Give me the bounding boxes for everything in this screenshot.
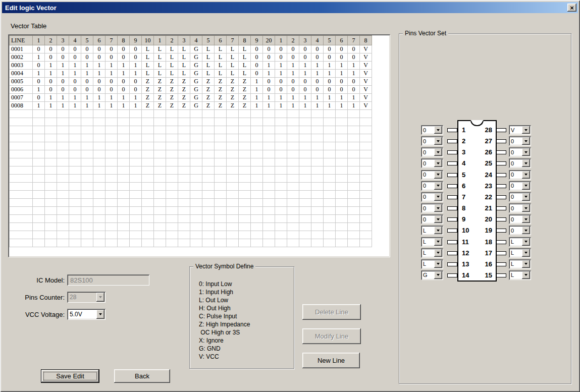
vector-cell[interactable]: 1	[45, 102, 57, 110]
dropdown-arrow-icon[interactable]	[434, 159, 442, 167]
line-number-cell[interactable]: 0004	[10, 70, 33, 78]
vector-cell[interactable]: Z	[142, 78, 154, 86]
vector-cell[interactable]: L	[215, 45, 227, 53]
vector-cell[interactable]: 0	[130, 78, 142, 86]
vector-cell[interactable]: L	[227, 45, 239, 53]
vector-cell[interactable]: 1	[336, 70, 348, 78]
dropdown-arrow-icon[interactable]	[522, 238, 530, 246]
vector-cell[interactable]: 1	[275, 94, 287, 102]
line-number-cell[interactable]: 0006	[10, 86, 33, 94]
vector-cell[interactable]: 1	[275, 102, 287, 110]
vector-cell[interactable]: 0	[93, 53, 106, 62]
vector-cell[interactable]: 0	[348, 53, 360, 62]
vector-cell[interactable]: 1	[130, 102, 142, 110]
vector-cell[interactable]: 1	[275, 70, 287, 78]
dropdown-arrow-icon[interactable]	[434, 238, 442, 246]
vector-cell[interactable]: 0	[287, 78, 299, 86]
vector-cell[interactable]: G	[190, 102, 202, 110]
vector-cell[interactable]: Z	[166, 94, 178, 102]
vector-cell[interactable]: 0	[263, 78, 275, 86]
vector-cell[interactable]: 0	[33, 78, 45, 86]
dropdown-arrow-icon[interactable]	[434, 227, 442, 234]
vector-cell[interactable]: 0	[287, 86, 299, 94]
vector-cell[interactable]: 1	[263, 94, 275, 102]
vector-cell[interactable]: 0	[33, 45, 45, 53]
pin-10-combo[interactable]: L	[421, 226, 443, 235]
vector-cell[interactable]: 0	[130, 53, 142, 62]
vector-cell[interactable]: 0	[348, 78, 360, 86]
vector-cell[interactable]: 1	[324, 70, 336, 78]
vector-cell[interactable]: G	[190, 78, 202, 86]
vector-row[interactable]: 0003011111111LLLLGLLLL011111111V	[10, 62, 372, 70]
vector-cell[interactable]: 0	[69, 86, 81, 94]
vector-cell[interactable]: 1	[118, 94, 130, 102]
vector-cell[interactable]: V	[360, 102, 372, 110]
vector-cell[interactable]: L	[142, 62, 154, 70]
vector-cell[interactable]: Z	[142, 86, 154, 94]
vector-cell[interactable]: Z	[227, 86, 239, 94]
vector-cell[interactable]: 1	[57, 102, 69, 110]
vector-row[interactable]: 0005000000000ZZZZGZZZZ100000000V	[10, 78, 372, 86]
vector-cell[interactable]: Z	[202, 78, 215, 86]
dropdown-arrow-icon[interactable]	[434, 271, 442, 279]
dropdown-arrow-icon[interactable]	[522, 137, 530, 145]
pin-14-combo[interactable]: G	[421, 270, 443, 280]
pin-26-combo[interactable]: 0	[509, 147, 531, 157]
close-button[interactable]: ×	[567, 4, 576, 12]
vector-cell[interactable]: 1	[130, 70, 142, 78]
vector-cell[interactable]: 0	[275, 86, 287, 94]
pin-4-combo[interactable]: 0	[421, 158, 443, 168]
vector-row[interactable]: 0008111111111ZZZZGZZZZ111111111V	[10, 102, 372, 110]
vector-cell[interactable]: L	[239, 70, 251, 78]
vector-cell[interactable]: 1	[311, 102, 324, 110]
vector-cell[interactable]: G	[190, 45, 202, 53]
vector-cell[interactable]: 1	[45, 62, 57, 70]
pin-28-combo[interactable]: V	[509, 125, 531, 135]
vector-cell[interactable]: Z	[239, 86, 251, 94]
vector-cell[interactable]: 1	[81, 94, 93, 102]
pin-23-combo[interactable]: 0	[509, 181, 531, 191]
vector-cell[interactable]: 1	[299, 70, 311, 78]
vector-cell[interactable]: 0	[57, 78, 69, 86]
dropdown-arrow-icon[interactable]	[434, 249, 442, 257]
vector-cell[interactable]: 1	[311, 94, 324, 102]
vector-row[interactable]: 0006100000000ZZZZGZZZZ100000000V	[10, 86, 372, 94]
pin-27-combo[interactable]: 0	[509, 136, 531, 146]
vector-cell[interactable]: L	[166, 62, 178, 70]
vector-cell[interactable]: 1	[69, 62, 81, 70]
vector-cell[interactable]: 0	[275, 78, 287, 86]
dropdown-arrow-icon[interactable]	[522, 260, 530, 268]
vector-cell[interactable]: 1	[81, 102, 93, 110]
vector-cell[interactable]: 1	[287, 102, 299, 110]
dropdown-arrow-icon[interactable]	[434, 260, 442, 268]
vector-cell[interactable]: 0	[287, 45, 299, 53]
vector-cell[interactable]: 1	[130, 62, 142, 70]
vector-cell[interactable]: L	[239, 62, 251, 70]
vector-cell[interactable]: 0	[93, 45, 106, 53]
vector-cell[interactable]: 1	[69, 102, 81, 110]
vector-cell[interactable]: 0	[45, 78, 57, 86]
vector-cell[interactable]: 0	[336, 78, 348, 86]
vector-cell[interactable]: 1	[93, 102, 106, 110]
vector-cell[interactable]: V	[360, 94, 372, 102]
vector-cell[interactable]: Z	[202, 94, 215, 102]
vector-cell[interactable]: Z	[227, 94, 239, 102]
pin-22-combo[interactable]: 0	[509, 192, 531, 202]
vector-cell[interactable]: Z	[166, 102, 178, 110]
vector-cell[interactable]: 1	[69, 70, 81, 78]
vector-cell[interactable]: V	[360, 86, 372, 94]
vector-cell[interactable]: L	[142, 45, 154, 53]
pin-9-combo[interactable]: 0	[421, 214, 443, 224]
vector-cell[interactable]: 1	[57, 94, 69, 102]
pin-18-combo[interactable]: L	[509, 237, 531, 247]
vector-cell[interactable]: 0	[311, 78, 324, 86]
vector-cell[interactable]: 1	[251, 94, 263, 102]
vector-cell[interactable]: 1	[299, 102, 311, 110]
line-number-cell[interactable]: 0003	[10, 62, 33, 70]
vcc-voltage-dropdown[interactable]: 5.0V	[67, 309, 106, 320]
vector-cell[interactable]: 0	[251, 70, 263, 78]
dropdown-arrow-icon[interactable]	[434, 171, 442, 179]
vector-cell[interactable]: 0	[311, 45, 324, 53]
vector-cell[interactable]: 1	[275, 62, 287, 70]
vector-cell[interactable]: 1	[106, 70, 118, 78]
